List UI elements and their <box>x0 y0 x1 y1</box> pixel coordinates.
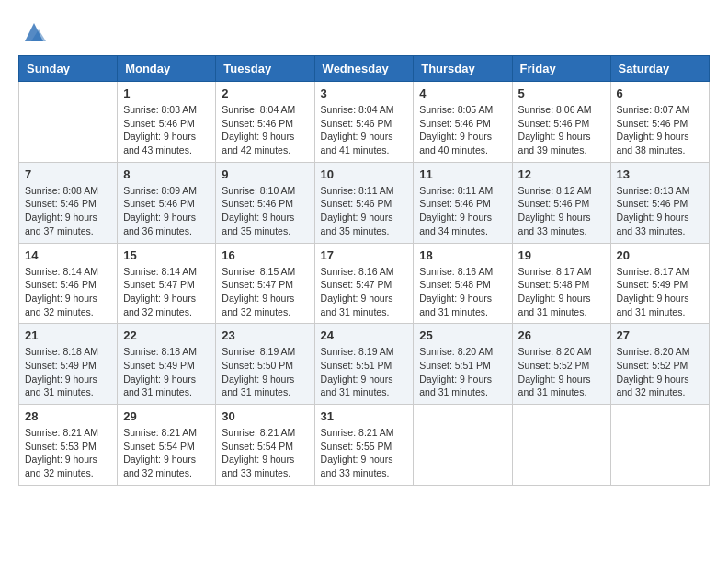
calendar-table: SundayMondayTuesdayWednesdayThursdayFrid… <box>18 55 710 486</box>
day-info: Sunrise: 8:19 AMSunset: 5:50 PMDaylight:… <box>222 345 308 399</box>
day-info: Sunrise: 8:09 AMSunset: 5:46 PMDaylight:… <box>123 184 210 238</box>
day-number: 15 <box>123 248 210 262</box>
day-number: 25 <box>419 328 506 342</box>
day-number: 14 <box>25 248 111 262</box>
day-number: 18 <box>419 248 506 262</box>
calendar-header-wednesday: Wednesday <box>314 56 414 82</box>
calendar-week-row: 21Sunrise: 8:18 AMSunset: 5:49 PMDayligh… <box>19 324 710 405</box>
calendar-header-saturday: Saturday <box>610 56 709 82</box>
day-info: Sunrise: 8:19 AMSunset: 5:51 PMDaylight:… <box>321 345 408 399</box>
day-number: 7 <box>25 167 111 181</box>
day-number: 10 <box>321 167 408 181</box>
calendar-cell: 25Sunrise: 8:20 AMSunset: 5:51 PMDayligh… <box>414 324 512 405</box>
calendar-cell: 2Sunrise: 8:04 AMSunset: 5:46 PMDaylight… <box>216 82 314 163</box>
day-number: 11 <box>419 167 506 181</box>
day-number: 13 <box>617 167 703 181</box>
day-number: 5 <box>518 86 605 100</box>
day-info: Sunrise: 8:17 AMSunset: 5:48 PMDaylight:… <box>518 265 605 319</box>
calendar-cell: 31Sunrise: 8:21 AMSunset: 5:55 PMDayligh… <box>314 405 414 486</box>
page-header <box>18 18 710 46</box>
calendar-cell: 20Sunrise: 8:17 AMSunset: 5:49 PMDayligh… <box>610 243 709 324</box>
calendar-cell: 19Sunrise: 8:17 AMSunset: 5:48 PMDayligh… <box>512 243 610 324</box>
calendar-week-row: 1Sunrise: 8:03 AMSunset: 5:46 PMDaylight… <box>19 82 710 163</box>
day-info: Sunrise: 8:03 AMSunset: 5:46 PMDaylight:… <box>123 103 210 157</box>
calendar-header-monday: Monday <box>118 56 216 82</box>
calendar-cell: 28Sunrise: 8:21 AMSunset: 5:53 PMDayligh… <box>19 405 118 486</box>
day-info: Sunrise: 8:04 AMSunset: 5:46 PMDaylight:… <box>222 103 308 157</box>
calendar-cell: 15Sunrise: 8:14 AMSunset: 5:47 PMDayligh… <box>118 243 216 324</box>
calendar-cell: 14Sunrise: 8:14 AMSunset: 5:46 PMDayligh… <box>19 243 118 324</box>
day-number: 30 <box>222 409 308 423</box>
calendar-cell: 1Sunrise: 8:03 AMSunset: 5:46 PMDaylight… <box>118 82 216 163</box>
logo <box>18 18 48 46</box>
day-number: 9 <box>222 167 308 181</box>
day-info: Sunrise: 8:14 AMSunset: 5:46 PMDaylight:… <box>25 265 111 319</box>
day-info: Sunrise: 8:21 AMSunset: 5:54 PMDaylight:… <box>222 426 308 480</box>
day-info: Sunrise: 8:05 AMSunset: 5:46 PMDaylight:… <box>419 103 506 157</box>
day-info: Sunrise: 8:16 AMSunset: 5:48 PMDaylight:… <box>419 265 506 319</box>
calendar-cell: 11Sunrise: 8:11 AMSunset: 5:46 PMDayligh… <box>414 162 512 243</box>
calendar-week-row: 28Sunrise: 8:21 AMSunset: 5:53 PMDayligh… <box>19 405 710 486</box>
day-info: Sunrise: 8:13 AMSunset: 5:46 PMDaylight:… <box>617 184 703 238</box>
day-info: Sunrise: 8:21 AMSunset: 5:53 PMDaylight:… <box>25 426 111 480</box>
calendar-cell: 9Sunrise: 8:10 AMSunset: 5:46 PMDaylight… <box>216 162 314 243</box>
day-info: Sunrise: 8:11 AMSunset: 5:46 PMDaylight:… <box>419 184 506 238</box>
calendar-cell <box>414 405 512 486</box>
day-info: Sunrise: 8:12 AMSunset: 5:46 PMDaylight:… <box>518 184 605 238</box>
day-number: 2 <box>222 86 308 100</box>
logo-icon <box>20 18 48 46</box>
day-number: 12 <box>518 167 605 181</box>
day-info: Sunrise: 8:06 AMSunset: 5:46 PMDaylight:… <box>518 103 605 157</box>
calendar-cell: 7Sunrise: 8:08 AMSunset: 5:46 PMDaylight… <box>19 162 118 243</box>
day-number: 27 <box>617 328 703 342</box>
day-number: 8 <box>123 167 210 181</box>
day-info: Sunrise: 8:20 AMSunset: 5:51 PMDaylight:… <box>419 345 506 399</box>
calendar-header-row: SundayMondayTuesdayWednesdayThursdayFrid… <box>19 56 710 82</box>
calendar-cell: 13Sunrise: 8:13 AMSunset: 5:46 PMDayligh… <box>610 162 709 243</box>
day-info: Sunrise: 8:07 AMSunset: 5:46 PMDaylight:… <box>617 103 703 157</box>
day-number: 1 <box>123 86 210 100</box>
calendar-cell: 27Sunrise: 8:20 AMSunset: 5:52 PMDayligh… <box>610 324 709 405</box>
calendar-cell: 17Sunrise: 8:16 AMSunset: 5:47 PMDayligh… <box>314 243 414 324</box>
day-info: Sunrise: 8:21 AMSunset: 5:55 PMDaylight:… <box>321 426 408 480</box>
calendar-cell: 29Sunrise: 8:21 AMSunset: 5:54 PMDayligh… <box>118 405 216 486</box>
calendar-cell <box>512 405 610 486</box>
calendar-cell: 23Sunrise: 8:19 AMSunset: 5:50 PMDayligh… <box>216 324 314 405</box>
day-number: 3 <box>321 86 408 100</box>
calendar-week-row: 14Sunrise: 8:14 AMSunset: 5:46 PMDayligh… <box>19 243 710 324</box>
calendar-header-thursday: Thursday <box>414 56 512 82</box>
day-info: Sunrise: 8:20 AMSunset: 5:52 PMDaylight:… <box>617 345 703 399</box>
day-number: 29 <box>123 409 210 423</box>
day-info: Sunrise: 8:21 AMSunset: 5:54 PMDaylight:… <box>123 426 210 480</box>
calendar-cell: 18Sunrise: 8:16 AMSunset: 5:48 PMDayligh… <box>414 243 512 324</box>
day-info: Sunrise: 8:18 AMSunset: 5:49 PMDaylight:… <box>123 345 210 399</box>
day-number: 31 <box>321 409 408 423</box>
day-info: Sunrise: 8:08 AMSunset: 5:46 PMDaylight:… <box>25 184 111 238</box>
calendar-cell: 5Sunrise: 8:06 AMSunset: 5:46 PMDaylight… <box>512 82 610 163</box>
calendar-cell: 30Sunrise: 8:21 AMSunset: 5:54 PMDayligh… <box>216 405 314 486</box>
calendar-cell <box>19 82 118 163</box>
calendar-header-sunday: Sunday <box>19 56 118 82</box>
calendar-cell <box>610 405 709 486</box>
day-number: 28 <box>25 409 111 423</box>
calendar-cell: 3Sunrise: 8:04 AMSunset: 5:46 PMDaylight… <box>314 82 414 163</box>
day-number: 6 <box>617 86 703 100</box>
calendar-cell: 22Sunrise: 8:18 AMSunset: 5:49 PMDayligh… <box>118 324 216 405</box>
day-number: 22 <box>123 328 210 342</box>
day-number: 26 <box>518 328 605 342</box>
day-info: Sunrise: 8:15 AMSunset: 5:47 PMDaylight:… <box>222 265 308 319</box>
calendar-cell: 26Sunrise: 8:20 AMSunset: 5:52 PMDayligh… <box>512 324 610 405</box>
day-number: 21 <box>25 328 111 342</box>
day-info: Sunrise: 8:18 AMSunset: 5:49 PMDaylight:… <box>25 345 111 399</box>
calendar-header-tuesday: Tuesday <box>216 56 314 82</box>
calendar-header-friday: Friday <box>512 56 610 82</box>
day-info: Sunrise: 8:16 AMSunset: 5:47 PMDaylight:… <box>321 265 408 319</box>
calendar-cell: 4Sunrise: 8:05 AMSunset: 5:46 PMDaylight… <box>414 82 512 163</box>
day-number: 20 <box>617 248 703 262</box>
day-info: Sunrise: 8:14 AMSunset: 5:47 PMDaylight:… <box>123 265 210 319</box>
day-info: Sunrise: 8:04 AMSunset: 5:46 PMDaylight:… <box>321 103 408 157</box>
calendar-cell: 24Sunrise: 8:19 AMSunset: 5:51 PMDayligh… <box>314 324 414 405</box>
day-number: 16 <box>222 248 308 262</box>
day-info: Sunrise: 8:20 AMSunset: 5:52 PMDaylight:… <box>518 345 605 399</box>
day-info: Sunrise: 8:10 AMSunset: 5:46 PMDaylight:… <box>222 184 308 238</box>
